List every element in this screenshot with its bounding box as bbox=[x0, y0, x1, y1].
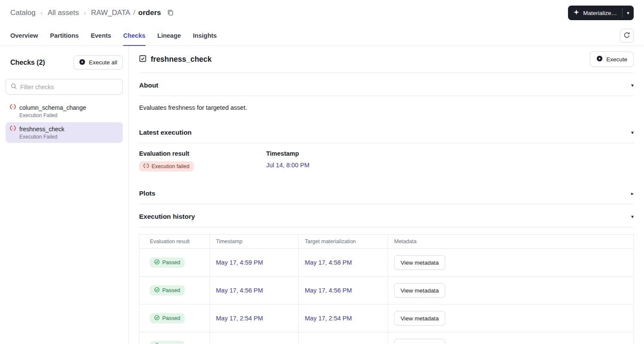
check-name: column_schema_change bbox=[19, 104, 86, 111]
execute-button[interactable]: Execute bbox=[590, 51, 634, 67]
check-circle-icon bbox=[154, 259, 160, 266]
breadcrumb-asset-group[interactable]: RAW_DATA bbox=[91, 9, 130, 17]
passed-badge-label: Passed bbox=[162, 260, 180, 266]
breadcrumb-asset-name: orders bbox=[138, 9, 161, 17]
tab-events[interactable]: Events bbox=[91, 26, 111, 46]
target-materialization-link[interactable]: May 16, 8:01 PM bbox=[305, 343, 352, 344]
breadcrumb-separator-icon: › bbox=[84, 10, 86, 16]
column-header-target-materialization: Target materialization bbox=[299, 235, 388, 249]
check-status: Execution Failed bbox=[19, 134, 118, 140]
column-header-evaluation-result: Evaluation result bbox=[140, 235, 210, 249]
breadcrumb-catalog[interactable]: Catalog bbox=[10, 9, 36, 17]
play-circle-icon bbox=[596, 55, 603, 63]
search-icon bbox=[11, 83, 17, 91]
view-metadata-button[interactable]: View metadata bbox=[394, 339, 445, 344]
materialize-button-label: Materialize… bbox=[583, 10, 617, 16]
column-header-timestamp: Timestamp bbox=[210, 235, 299, 249]
caret-down-icon: ▾ bbox=[627, 10, 629, 16]
checks-count-title: Checks (2) bbox=[10, 59, 45, 66]
section-execution-history-header[interactable]: Execution history ▾ bbox=[139, 204, 634, 227]
evaluation-result-label: Evaluation result bbox=[139, 150, 266, 157]
execution-timestamp-link[interactable]: May 17, 2:54 PM bbox=[216, 315, 263, 322]
check-circle-icon bbox=[154, 287, 160, 294]
execution-timestamp-link[interactable]: May 17, 4:56 PM bbox=[216, 287, 263, 294]
tab-overview[interactable]: Overview bbox=[10, 26, 38, 46]
filter-checks-input[interactable] bbox=[20, 84, 118, 91]
breadcrumb-asset: RAW_DATA / orders bbox=[91, 9, 161, 17]
section-latest-execution-title: Latest execution bbox=[139, 129, 191, 136]
passed-badge-label: Passed bbox=[162, 343, 180, 344]
check-name: freshness_check bbox=[19, 126, 64, 133]
table-row: Passed May 17, 2:49 PM May 16, 8:01 PM V… bbox=[140, 332, 634, 344]
column-header-metadata: Metadata bbox=[388, 235, 634, 249]
target-materialization-link[interactable]: May 17, 4:56 PM bbox=[305, 287, 352, 294]
filter-checks-box bbox=[6, 79, 123, 95]
section-plots-header[interactable]: Plots ▸ bbox=[139, 181, 634, 204]
execution-failed-badge-label: Execution failed bbox=[152, 163, 189, 169]
passed-badge: Passed bbox=[150, 313, 185, 323]
view-metadata-button[interactable]: View metadata bbox=[394, 311, 445, 326]
passed-badge-label: Passed bbox=[162, 287, 180, 293]
execute-label: Execute bbox=[606, 56, 627, 63]
about-description: Evaluates freshness for targeted asset. bbox=[139, 96, 634, 120]
execution-failed-icon bbox=[10, 125, 16, 133]
refresh-icon bbox=[623, 32, 630, 40]
check-list-item-freshness-check[interactable]: freshness_check Execution Failed bbox=[6, 122, 123, 143]
execution-failed-icon bbox=[10, 104, 16, 111]
asset-tabs: Overview Partitions Events Checks Lineag… bbox=[0, 26, 644, 46]
tab-lineage[interactable]: Lineage bbox=[158, 26, 181, 46]
execution-timestamp-link[interactable]: May 17, 2:49 PM bbox=[216, 343, 263, 344]
check-circle-icon bbox=[154, 315, 160, 322]
copy-asset-name-button[interactable] bbox=[167, 9, 174, 17]
chevron-down-icon[interactable]: ▾ bbox=[631, 82, 634, 88]
passed-badge: Passed bbox=[150, 257, 185, 268]
refresh-button[interactable] bbox=[620, 29, 634, 42]
timestamp-label: Timestamp bbox=[266, 150, 393, 157]
breadcrumb-slash: / bbox=[133, 9, 135, 17]
asset-check-icon bbox=[139, 55, 146, 64]
materialize-split-button: Materialize… ▾ bbox=[568, 6, 634, 20]
execution-history-table: Evaluation result Timestamp Target mater… bbox=[139, 234, 634, 344]
check-title: freshness_check bbox=[151, 55, 212, 64]
materialize-dropdown-button[interactable]: ▾ bbox=[623, 6, 634, 20]
check-circle-icon bbox=[154, 343, 160, 344]
sparkle-icon bbox=[573, 9, 580, 17]
breadcrumb: Catalog › All assets › RAW_DATA / orders bbox=[10, 9, 174, 17]
section-plots-title: Plots bbox=[139, 190, 155, 197]
execution-timestamp-link[interactable]: May 17, 4:59 PM bbox=[216, 259, 263, 266]
view-metadata-button[interactable]: View metadata bbox=[394, 255, 445, 270]
execute-all-button[interactable]: Execute all bbox=[73, 55, 123, 69]
check-detail-panel: freshness_check Execute About ▾ Evaluate… bbox=[129, 46, 644, 344]
top-bar: Catalog › All assets › RAW_DATA / orders… bbox=[0, 0, 644, 26]
target-materialization-link[interactable]: May 17, 4:58 PM bbox=[305, 259, 352, 266]
materialize-button[interactable]: Materialize… bbox=[568, 6, 622, 20]
chevron-right-icon[interactable]: ▸ bbox=[631, 190, 634, 196]
tab-insights[interactable]: Insights bbox=[193, 26, 217, 46]
section-latest-execution-header[interactable]: Latest execution ▾ bbox=[139, 120, 634, 143]
chevron-down-icon[interactable]: ▾ bbox=[631, 130, 634, 136]
latest-execution-timestamp-link[interactable]: Jul 14, 8:00 PM bbox=[266, 162, 310, 169]
copy-icon bbox=[167, 9, 174, 17]
section-about-header[interactable]: About ▾ bbox=[139, 73, 634, 96]
passed-badge-label: Passed bbox=[162, 315, 180, 321]
breadcrumb-all-assets[interactable]: All assets bbox=[48, 9, 79, 17]
checks-sidebar: Checks (2) Execute all bbox=[0, 46, 129, 344]
check-status: Execution Failed bbox=[19, 112, 118, 118]
passed-badge: Passed bbox=[150, 285, 185, 296]
target-materialization-link[interactable]: May 17, 2:54 PM bbox=[305, 315, 352, 322]
tab-checks[interactable]: Checks bbox=[123, 26, 146, 46]
check-list-item-column-schema-change[interactable]: column_schema_change Execution Failed bbox=[6, 101, 123, 121]
table-row: Passed May 17, 4:59 PM May 17, 4:58 PM V… bbox=[140, 249, 634, 277]
play-circle-icon bbox=[79, 59, 85, 66]
execute-all-label: Execute all bbox=[89, 59, 117, 66]
view-metadata-button[interactable]: View metadata bbox=[394, 283, 445, 298]
breadcrumb-separator-icon: › bbox=[41, 10, 43, 16]
table-row: Passed May 17, 4:56 PM May 17, 4:56 PM V… bbox=[140, 277, 634, 305]
section-about-title: About bbox=[139, 81, 158, 89]
chevron-down-icon[interactable]: ▾ bbox=[631, 214, 634, 220]
execution-failed-badge: Execution failed bbox=[139, 161, 194, 172]
table-row: Passed May 17, 2:54 PM May 17, 2:54 PM V… bbox=[140, 305, 634, 332]
tab-partitions[interactable]: Partitions bbox=[50, 26, 79, 46]
section-execution-history-title: Execution history bbox=[139, 213, 195, 220]
execution-failed-icon bbox=[143, 163, 149, 170]
